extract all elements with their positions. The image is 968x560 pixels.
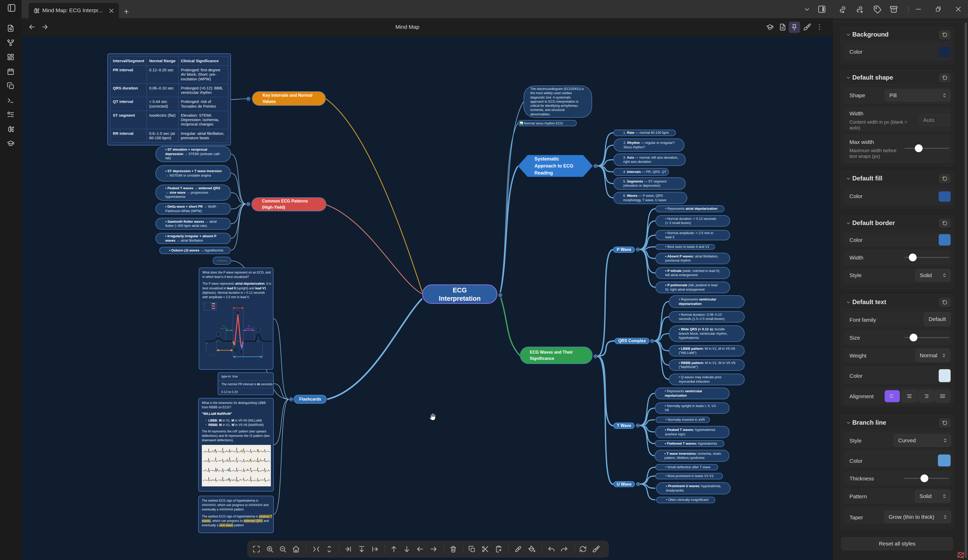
svg-text:↖Baseline: ↖Baseline bbox=[207, 354, 218, 356]
svg-text:Segment: Segment bbox=[245, 327, 253, 330]
svg-text:T: T bbox=[257, 328, 259, 332]
svg-text:Q wave: Q wave bbox=[205, 303, 211, 305]
svg-text:R wave: R wave bbox=[205, 305, 211, 307]
svg-text:S wave: S wave bbox=[205, 307, 211, 310]
svg-text:PR: PR bbox=[222, 325, 225, 327]
svg-text:QRS: QRS bbox=[236, 302, 240, 305]
svg-text:PR Interval: PR Interval bbox=[220, 347, 230, 349]
svg-text:P: P bbox=[217, 332, 220, 336]
svg-text:Segment: Segment bbox=[220, 327, 227, 330]
svg-text:S: S bbox=[240, 350, 243, 354]
svg-text:Q: Q bbox=[234, 348, 237, 352]
svg-text:ST: ST bbox=[248, 325, 250, 327]
svg-text:QT Interval: QT Interval bbox=[243, 353, 253, 355]
svg-text:R: R bbox=[237, 311, 239, 315]
svg-text:Complex: Complex bbox=[234, 305, 243, 307]
